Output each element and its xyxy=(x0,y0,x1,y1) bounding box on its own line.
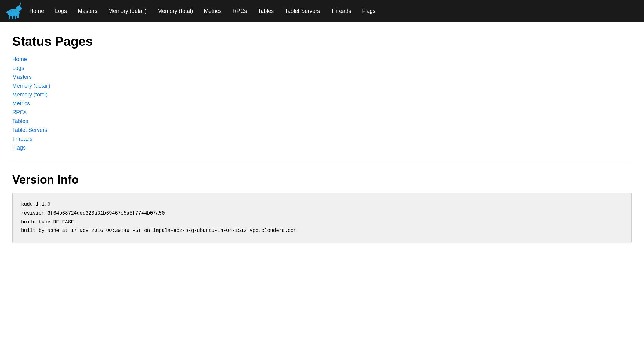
svg-rect-3 xyxy=(9,15,10,19)
main-content: Status Pages Home Logs Masters Memory (d… xyxy=(0,22,644,255)
nav-link-rpcs[interactable]: RPCs xyxy=(227,8,252,14)
status-link-memory-detail[interactable]: Memory (detail) xyxy=(12,83,50,89)
status-link-threads[interactable]: Threads xyxy=(12,136,32,142)
version-title: Version Info xyxy=(12,173,632,186)
nav-item-flags[interactable]: Flags xyxy=(356,8,381,14)
status-link-tablet-servers[interactable]: Tablet Servers xyxy=(12,127,47,133)
svg-rect-5 xyxy=(15,15,16,19)
nav-link-home[interactable]: Home xyxy=(24,8,49,14)
list-item-flags[interactable]: Flags xyxy=(12,145,632,151)
nav-link-tablet-servers[interactable]: Tablet Servers xyxy=(279,8,325,14)
version-line-1: kudu 1.1.0 xyxy=(21,200,623,209)
nav-link-flags[interactable]: Flags xyxy=(356,8,381,14)
page-title: Status Pages xyxy=(12,34,632,49)
nav-item-home[interactable]: Home xyxy=(24,8,49,14)
nav-item-tables[interactable]: Tables xyxy=(252,8,279,14)
version-line-4: built by None at 17 Nov 2016 00:39:49 PS… xyxy=(21,226,623,235)
list-item-rpcs[interactable]: RPCs xyxy=(12,109,632,116)
list-item-tablet-servers[interactable]: Tablet Servers xyxy=(12,127,632,133)
version-line-2: revision 3f64b68724ded320a31b69467c5a5f7… xyxy=(21,209,623,218)
nav-item-memory-total[interactable]: Memory (total) xyxy=(152,8,198,14)
list-item-tables[interactable]: Tables xyxy=(12,118,632,125)
nav-links-list: Home Logs Masters Memory (detail) Memory… xyxy=(24,8,381,14)
list-item-logs[interactable]: Logs xyxy=(12,65,632,71)
logo[interactable] xyxy=(3,2,24,20)
list-item-home[interactable]: Home xyxy=(12,56,632,63)
svg-line-10 xyxy=(15,10,15,15)
nav-item-metrics[interactable]: Metrics xyxy=(198,8,227,14)
status-link-flags[interactable]: Flags xyxy=(12,145,26,151)
status-link-logs[interactable]: Logs xyxy=(12,65,24,71)
status-links-list: Home Logs Masters Memory (detail) Memory… xyxy=(12,56,632,151)
nav-link-masters[interactable]: Masters xyxy=(72,8,103,14)
status-link-home[interactable]: Home xyxy=(12,56,27,62)
nav-link-memory-detail[interactable]: Memory (detail) xyxy=(103,8,152,14)
nav-item-logs[interactable]: Logs xyxy=(49,8,72,14)
status-link-tables[interactable]: Tables xyxy=(12,118,28,124)
list-item-threads[interactable]: Threads xyxy=(12,136,632,142)
list-item-memory-detail[interactable]: Memory (detail) xyxy=(12,83,632,89)
status-link-metrics[interactable]: Metrics xyxy=(12,100,30,107)
status-link-masters[interactable]: Masters xyxy=(12,74,32,80)
nav-link-logs[interactable]: Logs xyxy=(49,8,72,14)
nav-link-metrics[interactable]: Metrics xyxy=(198,8,227,14)
version-info-box: kudu 1.1.0 revision 3f64b68724ded320a31b… xyxy=(12,193,632,243)
status-link-rpcs[interactable]: RPCs xyxy=(12,109,27,115)
navigation: Home Logs Masters Memory (detail) Memory… xyxy=(0,0,644,22)
svg-rect-4 xyxy=(12,15,13,19)
nav-item-rpcs[interactable]: RPCs xyxy=(227,8,252,14)
list-item-memory-total[interactable]: Memory (total) xyxy=(12,92,632,98)
list-item-masters[interactable]: Masters xyxy=(12,74,632,80)
section-divider xyxy=(12,162,632,162)
nav-item-memory-detail[interactable]: Memory (detail) xyxy=(103,8,152,14)
list-item-metrics[interactable]: Metrics xyxy=(12,100,632,107)
nav-link-memory-total[interactable]: Memory (total) xyxy=(152,8,198,14)
nav-link-tables[interactable]: Tables xyxy=(252,8,279,14)
nav-link-threads[interactable]: Threads xyxy=(325,8,356,14)
nav-item-threads[interactable]: Threads xyxy=(325,8,356,14)
status-link-memory-total[interactable]: Memory (total) xyxy=(12,92,48,98)
nav-item-tablet-servers[interactable]: Tablet Servers xyxy=(279,8,325,14)
svg-rect-6 xyxy=(17,15,19,18)
nav-item-masters[interactable]: Masters xyxy=(72,8,103,14)
version-line-3: build type RELEASE xyxy=(21,218,623,227)
